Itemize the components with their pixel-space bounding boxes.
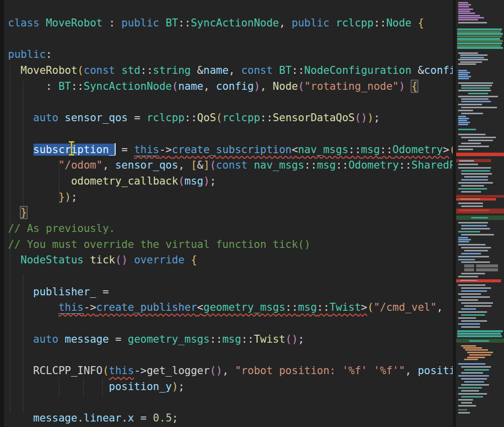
code-token: :	[46, 48, 52, 60]
code-token: <	[197, 301, 203, 313]
code-token	[8, 333, 33, 345]
code-line[interactable]: // You must override the virtual functio…	[8, 237, 453, 253]
code-token: auto	[33, 112, 59, 124]
minimap-row	[458, 259, 475, 260]
minimap-row	[458, 375, 489, 377]
minimap-row	[461, 372, 483, 374]
minimap-row	[458, 104, 482, 105]
code-token: NodeConfiguration	[304, 64, 411, 76]
code-token: <	[292, 144, 298, 156]
code-token: (	[216, 112, 222, 124]
code-token: ::	[260, 112, 273, 124]
code-line[interactable]	[8, 31, 453, 47]
code-line[interactable]	[8, 395, 453, 411]
minimap-row	[461, 261, 490, 263]
minimap-row	[464, 359, 478, 360]
code-line[interactable]: // As previously.	[8, 221, 453, 237]
code-token	[8, 144, 33, 156]
minimap-row	[458, 276, 478, 277]
minimap-row	[464, 369, 489, 371]
code-line[interactable]: this->create_publisher<geometry_msgs::ms…	[8, 300, 453, 316]
minimap-row	[461, 273, 485, 274]
minimap-row	[458, 222, 488, 223]
code-line[interactable]: NodeStatus tick() override {	[8, 252, 453, 268]
minimap-row	[458, 63, 476, 65]
code-line[interactable]: auto sensor_qos = rclcpp::QoS(rclcpp::Se…	[8, 110, 453, 126]
code-line[interactable]: subscription_ = this->create_subscriptio…	[8, 142, 453, 158]
code-token: :	[8, 80, 58, 92]
code-token: ::	[71, 80, 83, 92]
minimap-row	[458, 124, 468, 125]
code-line[interactable]	[8, 268, 453, 284]
code-line[interactable]	[8, 126, 453, 142]
minimap-row	[458, 317, 476, 319]
code-editor[interactable]: class MoveRobot : public BT::SyncActionN…	[0, 0, 453, 427]
minimap-row	[464, 381, 484, 383]
code-token	[8, 191, 58, 203]
code-token: msg	[222, 333, 241, 345]
minimap-row	[457, 42, 502, 44]
code-token: ,	[437, 301, 443, 313]
minimap-row	[457, 330, 503, 332]
code-token: // As previously.	[8, 222, 115, 234]
code-token: (	[449, 144, 453, 156]
code-token: =	[109, 333, 128, 345]
minimap-row	[461, 143, 481, 144]
code-token: {	[418, 17, 424, 29]
minimap-row	[458, 412, 470, 414]
code-line[interactable]: "/odom", sensor_qos, [&](const nav_msgs:…	[8, 158, 453, 174]
code-line[interactable]	[8, 347, 453, 363]
code-token: position_x	[418, 365, 453, 377]
code-token: rclcpp	[147, 112, 184, 124]
code-token: ->	[159, 144, 171, 156]
code-token: (	[367, 301, 374, 313]
minimap-row	[460, 199, 480, 200]
minimap-row	[461, 378, 487, 380]
minimap-row	[458, 323, 480, 325]
code-token: BT	[58, 80, 71, 92]
minimap-row	[461, 206, 483, 207]
code-line[interactable]: public:	[8, 47, 453, 63]
code-line[interactable]: position_y);	[8, 379, 453, 395]
code-line[interactable]: publisher_ =	[8, 284, 453, 300]
code-line[interactable]: odometry_callback(msg);	[8, 174, 453, 190]
minimap-row	[458, 244, 486, 245]
minimap-row	[458, 90, 491, 91]
code-token: x	[128, 412, 134, 424]
minimap-row	[457, 28, 502, 30]
code-token: ->	[134, 365, 147, 377]
code-token	[8, 365, 33, 377]
code-token: ;	[71, 191, 77, 203]
minimap-row	[458, 311, 487, 313]
code-line[interactable]	[8, 94, 453, 110]
minimap-row	[465, 349, 488, 351]
code-token: (	[298, 80, 305, 92]
code-line[interactable]	[8, 316, 453, 332]
code-token: ::	[141, 64, 153, 76]
minimap-row	[458, 82, 493, 84]
minimap-row	[458, 409, 467, 411]
minimap[interactable]	[456, 0, 504, 427]
minimap-row	[457, 38, 500, 40]
code-token: this	[134, 144, 160, 156]
code-line[interactable]: message.linear.x = 0.5;	[8, 411, 453, 427]
minimap-row	[461, 290, 487, 292]
code-line[interactable]: MoveRobot(const std::string &name, const…	[8, 63, 453, 79]
code-token: SensorDataQoS	[273, 112, 354, 124]
code-token: ()	[210, 365, 222, 377]
code-area[interactable]: class MoveRobot : public BT::SyncActionN…	[8, 15, 453, 427]
code-line[interactable]: class MoveRobot : public BT::SyncActionN…	[8, 15, 453, 31]
minimap-row	[461, 366, 491, 368]
code-line[interactable]: });	[8, 190, 453, 206]
code-line[interactable]: auto message = geometry_msgs::msg::Twist…	[8, 332, 453, 348]
code-token: [	[191, 159, 197, 171]
code-line[interactable]: RCLCPP_INFO(this->get_logger(), "robot p…	[8, 363, 453, 379]
minimap-row	[458, 12, 475, 14]
code-token: string	[153, 64, 191, 76]
code-token: )	[172, 381, 178, 393]
code-line[interactable]: : BT::SyncActionNode(name, config), Node…	[8, 79, 453, 95]
minimap-row	[476, 268, 498, 271]
code-token: &	[197, 159, 203, 171]
code-line[interactable]: }	[8, 205, 453, 221]
minimap-row	[458, 146, 489, 147]
